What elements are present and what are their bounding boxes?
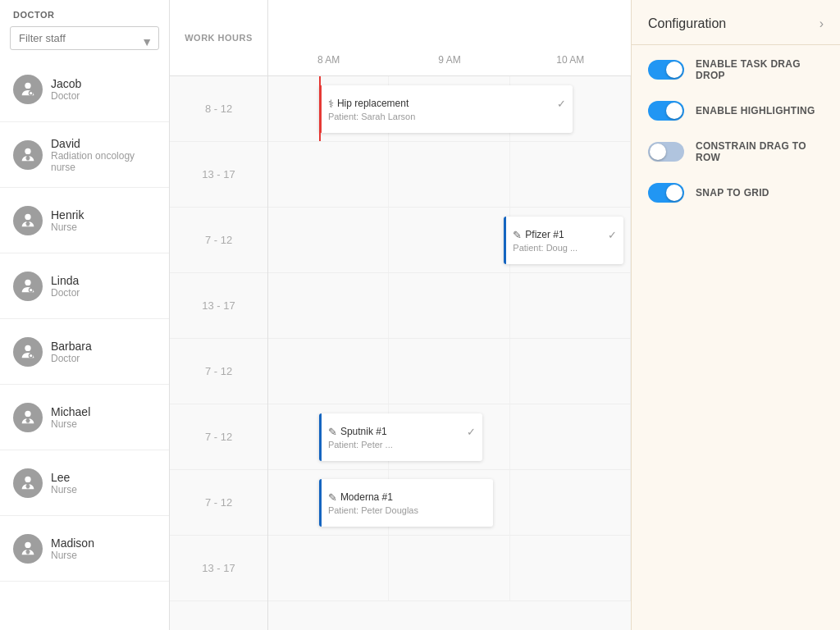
timeline-row[interactable]: ✎Sputnik #1✓Patient: Peter ... xyxy=(268,404,631,470)
svg-point-6 xyxy=(25,213,30,219)
timeline-cell xyxy=(510,404,631,469)
staff-row[interactable]: DavidRadiation oncology nurse xyxy=(0,122,169,188)
svg-point-12 xyxy=(25,345,30,350)
timeline-cell xyxy=(389,339,509,404)
staff-row[interactable]: BarbaraDoctor xyxy=(0,319,169,385)
timeline: ⚕Hip replacement✓Patient: Sarah Larson✎P… xyxy=(268,76,631,630)
staff-role: Doctor xyxy=(51,90,81,102)
work-hours-cell: 13 - 17 xyxy=(170,536,267,601)
staff-name: Barbara xyxy=(51,340,92,353)
avatar xyxy=(13,206,43,235)
staff-row[interactable]: HenrikNurse xyxy=(0,188,169,253)
config-item: CONSTRAIN DRAG TO ROW xyxy=(648,140,824,163)
timeline-row[interactable]: ⚕Hip replacement✓Patient: Sarah Larson xyxy=(268,76,631,142)
timeline-cell xyxy=(389,142,509,207)
filter-staff-input[interactable] xyxy=(10,26,159,50)
work-hours-col: 8 - 1213 - 177 - 1213 - 177 - 127 - 127 … xyxy=(170,76,268,630)
task-card[interactable]: ✎Sputnik #1✓Patient: Peter ... xyxy=(319,413,482,461)
svg-point-9 xyxy=(25,279,30,285)
schedule-header: WORK HOURS 8 AM9 AM10 AM xyxy=(170,0,631,76)
svg-rect-20 xyxy=(25,485,30,486)
timeline-row[interactable]: ✎Pfizer #1✓Patient: Doug ... xyxy=(268,208,631,273)
syringe-icon: ✎ xyxy=(328,491,337,504)
timeline-row[interactable]: ✎Moderna #1Patient: Peter Douglas xyxy=(268,470,631,536)
filter-bar: ▼ xyxy=(0,26,169,57)
toggle-thumb xyxy=(666,103,682,119)
toggle-thumb xyxy=(650,144,666,160)
avatar xyxy=(13,534,43,564)
timeline-cell xyxy=(268,536,389,600)
staff-row[interactable]: LeeNurse xyxy=(0,450,169,516)
svg-rect-17 xyxy=(25,419,30,421)
toggle-2[interactable] xyxy=(648,142,684,162)
staff-name: Madison xyxy=(51,536,94,550)
toggle-thumb xyxy=(666,185,682,201)
timeline-row[interactable] xyxy=(268,536,631,601)
task-title: Sputnik #1 xyxy=(340,426,387,437)
config-item: ENABLE TASK DRAG DROP xyxy=(648,58,824,81)
time-headers: 8 AM9 AM10 AM xyxy=(268,0,631,75)
staff-row[interactable]: MichaelNurse xyxy=(0,385,169,450)
svg-point-15 xyxy=(25,410,30,416)
staff-panel: Doctor ▼ JacobDoctor DavidRadiation onco… xyxy=(0,0,170,630)
toggle-0[interactable] xyxy=(648,60,684,80)
staff-row[interactable]: JacobDoctor xyxy=(0,57,169,122)
staff-info: DavidRadiation oncology nurse xyxy=(51,137,156,173)
staff-role: Doctor xyxy=(51,287,80,299)
staff-role: Radiation oncology nurse xyxy=(51,150,156,173)
staff-role: Nurse xyxy=(51,221,84,233)
config-label: SNAP TO GRID xyxy=(696,187,769,199)
staff-info: LindaDoctor xyxy=(51,274,80,299)
work-hours-cell: 13 - 17 xyxy=(170,142,267,208)
staff-role: Nurse xyxy=(51,484,77,495)
config-label: CONSTRAIN DRAG TO ROW xyxy=(696,140,824,163)
staff-role: Nurse xyxy=(51,550,94,561)
toggle-3[interactable] xyxy=(648,183,684,203)
timeline-row[interactable] xyxy=(268,142,631,208)
timeline-cell xyxy=(268,273,389,338)
staff-name: David xyxy=(51,137,156,150)
filter-icon: ▼ xyxy=(141,35,153,48)
svg-rect-8 xyxy=(25,222,30,224)
time-header: 10 AM xyxy=(510,54,631,69)
config-title: Configuration xyxy=(648,16,726,31)
timeline-cell xyxy=(268,208,389,272)
toggle-1[interactable] xyxy=(648,101,684,121)
task-title: Pfizer #1 xyxy=(525,229,564,240)
work-hours-cell: 7 - 12 xyxy=(170,339,267,404)
config-item: ENABLE HIGHLIGHTING xyxy=(648,101,824,121)
task-title: Hip replacement xyxy=(337,98,409,109)
staff-name: Jacob xyxy=(51,77,81,90)
task-title-row: ✎Moderna #1 xyxy=(328,491,486,504)
timeline-cell xyxy=(389,273,509,338)
task-card[interactable]: ✎Pfizer #1✓Patient: Doug ... xyxy=(504,217,623,264)
work-hours-cell: 8 - 12 xyxy=(170,76,267,142)
staff-panel-header: Doctor xyxy=(0,0,169,26)
staff-role: Nurse xyxy=(51,418,90,430)
schedule-body: 8 - 1213 - 177 - 1213 - 177 - 127 - 127 … xyxy=(170,76,631,630)
task-patient: Patient: Sarah Larson xyxy=(328,112,566,121)
toggle-thumb xyxy=(666,62,682,78)
work-hours-cell: 7 - 12 xyxy=(170,470,267,536)
staff-row[interactable]: LindaDoctor xyxy=(0,253,169,319)
staff-name: Linda xyxy=(51,274,80,287)
svg-point-3 xyxy=(25,148,30,153)
config-panel: Configuration › ENABLE TASK DRAG DROPENA… xyxy=(631,0,840,630)
config-items: ENABLE TASK DRAG DROPENABLE HIGHLIGHTING… xyxy=(632,45,840,216)
timeline-row[interactable] xyxy=(268,273,631,339)
config-header: Configuration › xyxy=(632,0,840,45)
stethoscope-icon: ⚕ xyxy=(328,98,334,110)
config-label: ENABLE HIGHLIGHTING xyxy=(696,105,815,116)
timeline-cell xyxy=(510,142,631,207)
task-patient: Patient: Doug ... xyxy=(513,243,617,253)
staff-name: Henrik xyxy=(51,208,84,221)
task-card[interactable]: ⚕Hip replacement✓Patient: Sarah Larson xyxy=(319,85,573,133)
timeline-cell xyxy=(389,208,509,272)
timeline-cell xyxy=(510,273,631,338)
staff-row[interactable]: MadisonNurse xyxy=(0,516,169,582)
timeline-row[interactable] xyxy=(268,339,631,404)
syringe-icon: ✎ xyxy=(513,229,522,241)
svg-point-18 xyxy=(25,476,30,482)
avatar xyxy=(13,403,43,432)
task-card[interactable]: ✎Moderna #1Patient: Peter Douglas xyxy=(319,479,493,527)
